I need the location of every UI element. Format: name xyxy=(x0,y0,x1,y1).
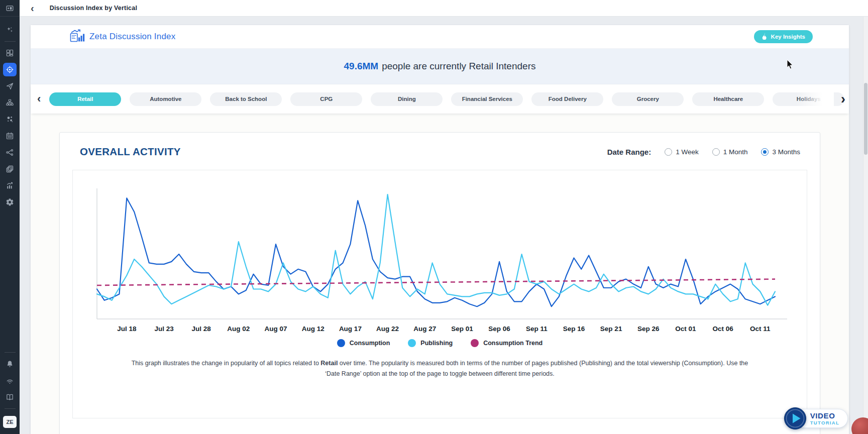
x-tick-label: Aug 17 xyxy=(339,325,362,333)
x-tick-label: Sep 06 xyxy=(488,325,510,333)
book-icon[interactable] xyxy=(0,389,20,405)
legend-swatch-icon xyxy=(471,339,479,347)
send-icon[interactable] xyxy=(0,78,20,94)
card-header: Zeta Discussion Index Key Insights xyxy=(31,25,849,48)
tab-automotive[interactable]: Automotive xyxy=(130,92,201,106)
legend-label: Consumption Trend xyxy=(483,340,542,347)
brand: Zeta Discussion Index xyxy=(70,29,175,45)
intenders-banner: 49.6MM people are currently Retail Inten… xyxy=(31,48,849,84)
legend-label: Consumption xyxy=(350,340,390,347)
zeta-logo-icon xyxy=(70,29,85,45)
radio-label: 1 Month xyxy=(723,148,748,156)
legend-item-consumption-trend: Consumption Trend xyxy=(471,339,542,347)
intenders-text: people are currently Retail Intenders xyxy=(382,61,535,72)
tab-back-to-school[interactable]: Back to School xyxy=(210,92,282,106)
chevron-left-icon: ‹ xyxy=(31,3,34,14)
tab-retail[interactable]: Retail xyxy=(49,92,121,106)
chart-legend: ConsumptionPublishingConsumption Trend xyxy=(73,339,807,347)
description-text: This graph illustrates the change in pop… xyxy=(132,360,321,367)
dashboard-icon[interactable] xyxy=(0,45,20,61)
sidebar: ZE xyxy=(0,0,20,434)
screen: ZE ‹ Discussion Index by Vertical xyxy=(0,0,868,434)
bell-icon[interactable] xyxy=(0,356,20,372)
legend-item-publishing: Publishing xyxy=(408,339,453,347)
bubbles-icon[interactable] xyxy=(0,111,20,128)
scrollbar[interactable] xyxy=(863,17,868,434)
section-title: OVERALL ACTIVITY xyxy=(80,146,181,158)
x-tick-label: Sep 16 xyxy=(563,325,585,333)
audience-target-icon[interactable] xyxy=(0,61,20,78)
x-tick-label: Aug 02 xyxy=(227,325,250,333)
date-range-label: Date Range: xyxy=(607,148,652,156)
radio-3-months[interactable]: 3 Months xyxy=(761,148,800,156)
tab-dining[interactable]: Dining xyxy=(371,92,443,106)
layers-icon[interactable] xyxy=(0,161,20,177)
x-tick-label: Oct 06 xyxy=(713,325,734,333)
tab-food-delivery[interactable]: Food Delivery xyxy=(531,92,603,106)
signal-icon[interactable] xyxy=(0,372,20,389)
radio-label: 1 Week xyxy=(676,148,699,156)
x-tick-label: Aug 27 xyxy=(413,325,436,333)
x-tick-label: Aug 22 xyxy=(376,325,399,333)
radio-circle-icon xyxy=(665,148,672,156)
x-tick-label: Oct 01 xyxy=(675,325,696,333)
flow-icon[interactable] xyxy=(0,144,20,161)
back-button[interactable]: ‹ xyxy=(31,3,34,13)
overall-activity-card: OVERALL ACTIVITY Date Range: 1 Week1 Mon… xyxy=(59,132,820,434)
key-insights-label: Key Insights xyxy=(771,34,805,40)
legend-swatch-icon xyxy=(408,339,416,347)
x-tick-label: Jul 18 xyxy=(117,325,137,333)
date-range-control: Date Range: 1 Week1 Month3 Months xyxy=(607,148,800,156)
chart-description: This graph illustrates the change in pop… xyxy=(131,358,749,379)
topbar: ‹ Discussion Index by Vertical xyxy=(20,0,868,17)
activity-chart: Jul 18Jul 23Jul 28Aug 02Aug 07Aug 12Aug … xyxy=(74,175,805,335)
legend-item-consumption: Consumption xyxy=(337,339,390,347)
x-tick-label: Sep 26 xyxy=(637,325,660,333)
radio-circle-icon xyxy=(761,148,769,156)
description-bold: Retail xyxy=(320,360,338,367)
tab-cpg[interactable]: CPG xyxy=(290,92,362,106)
sidebar-divider xyxy=(5,408,16,409)
x-tick-label: Aug 07 xyxy=(265,325,287,333)
hierarchy-icon[interactable] xyxy=(0,94,20,111)
x-tick-label: Aug 12 xyxy=(302,325,324,333)
radio-1-month[interactable]: 1 Month xyxy=(712,148,748,156)
video-tutorial-button[interactable]: VIDEO TUTORIAL xyxy=(784,407,848,430)
tab-financial-services[interactable]: Financial Services xyxy=(451,92,523,106)
tab-healthcare[interactable]: Healthcare xyxy=(692,92,764,106)
key-insights-button[interactable]: Key Insights xyxy=(754,30,813,43)
activity-zone: OVERALL ACTIVITY Date Range: 1 Week1 Mon… xyxy=(31,114,849,434)
discussion-index-card: Zeta Discussion Index Key Insights 49.6M… xyxy=(31,25,849,434)
x-tick-label: Sep 11 xyxy=(526,325,548,333)
radio-1-week[interactable]: 1 Week xyxy=(665,148,699,156)
chart-growth-icon[interactable] xyxy=(0,177,20,194)
radio-label: 3 Months xyxy=(772,148,800,156)
tab-grocery[interactable]: Grocery xyxy=(612,92,684,106)
sparkles-icon[interactable] xyxy=(0,22,20,38)
brand-title: Zeta Discussion Index xyxy=(89,32,175,42)
x-tick-label: Sep 01 xyxy=(451,325,473,333)
legend-swatch-icon xyxy=(337,339,345,347)
x-tick-label: Jul 28 xyxy=(192,325,211,333)
x-tick-label: Oct 11 xyxy=(750,325,771,333)
vertical-tabs: RetailAutomotiveBack to SchoolCPGDiningF… xyxy=(49,92,849,106)
screens-icon[interactable] xyxy=(0,0,20,17)
activity-header: OVERALL ACTIVITY Date Range: 1 Week1 Mon… xyxy=(72,146,807,158)
tabs-scroll-right-button[interactable]: › xyxy=(841,91,845,107)
description-text: over time. The popularity is measured bo… xyxy=(325,360,748,377)
user-avatar[interactable]: ZE xyxy=(3,416,17,428)
vertical-tabs-row: ‹ RetailAutomotiveBack to SchoolCPGDinin… xyxy=(31,84,849,114)
radio-circle-icon xyxy=(712,148,720,156)
chart-container: Jul 18Jul 23Jul 28Aug 02Aug 07Aug 12Aug … xyxy=(72,170,807,418)
main-content: Zeta Discussion Index Key Insights 49.6M… xyxy=(20,17,868,434)
series-publishing xyxy=(97,194,775,305)
sidebar-divider xyxy=(5,352,16,353)
tab-holidays[interactable]: Holidays xyxy=(773,92,844,106)
play-icon xyxy=(784,407,807,430)
tabs-scroll-left-button[interactable]: ‹ xyxy=(37,92,41,105)
scrollbar-thumb[interactable] xyxy=(864,83,867,155)
calendar-icon[interactable] xyxy=(0,128,20,144)
x-tick-label: Jul 23 xyxy=(154,325,174,333)
settings-icon[interactable] xyxy=(0,194,20,210)
intenders-count: 49.6MM xyxy=(344,61,379,72)
